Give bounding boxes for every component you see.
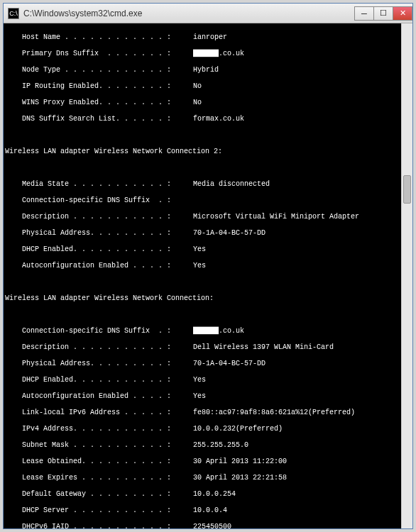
field-value: 255.255.255.0 bbox=[193, 441, 248, 449]
field-value: No bbox=[193, 99, 202, 106]
field-value: Yes bbox=[193, 392, 206, 400]
field-value: Media disconnected bbox=[193, 180, 270, 188]
field-label: DHCP Enabled. . . . . . . . . . . : bbox=[22, 245, 189, 254]
field-label: Media State . . . . . . . . . . . : bbox=[22, 180, 189, 189]
field-value: ██████.co.uk bbox=[193, 50, 244, 57]
field-value: fe80::ac97:9af8:8a6:621a%12(Preferred) bbox=[193, 409, 355, 416]
field-value: Yes bbox=[193, 262, 206, 270]
field-value: Microsoft Virtual WiFi Miniport Adapter bbox=[193, 213, 359, 221]
field-value: 30 April 2013 22:21:58 bbox=[193, 474, 287, 482]
field-value: ianroper bbox=[193, 33, 227, 41]
field-value: 225450500 bbox=[193, 523, 231, 529]
cmd-window: C:\ C:\Windows\system32\cmd.exe ─ ☐ ✕ Ho… bbox=[3, 3, 413, 529]
field-value: 70-1A-04-BC-57-DD bbox=[193, 229, 266, 237]
minimize-button[interactable]: ─ bbox=[354, 6, 374, 21]
field-label: WINS Proxy Enabled. . . . . . . . : bbox=[22, 99, 189, 107]
titlebar[interactable]: C:\ C:\Windows\system32\cmd.exe ─ ☐ ✕ bbox=[4, 4, 412, 23]
field-value: Hybrid bbox=[193, 66, 219, 74]
field-value: Yes bbox=[193, 245, 206, 253]
field-value: formax.co.uk bbox=[193, 115, 244, 123]
field-label: DHCPv6 IAID . . . . . . . . . . . : bbox=[22, 523, 189, 529]
field-label: Node Type . . . . . . . . . . . . : bbox=[22, 66, 189, 74]
field-label: Physical Address. . . . . . . . . : bbox=[22, 229, 189, 238]
close-button[interactable]: ✕ bbox=[393, 6, 412, 21]
field-label: Default Gateway . . . . . . . . . : bbox=[22, 490, 189, 499]
field-label: Autoconfiguration Enabled . . . . : bbox=[22, 392, 189, 401]
window-controls: ─ ☐ ✕ bbox=[355, 6, 412, 21]
field-value: 10.0.0.4 bbox=[193, 506, 227, 514]
field-label: Host Name . . . . . . . . . . . . : bbox=[22, 33, 189, 42]
field-value: No bbox=[193, 82, 202, 90]
field-value: Yes bbox=[193, 376, 206, 384]
scroll-thumb[interactable] bbox=[403, 175, 411, 204]
window-title: C:\Windows\system32\cmd.exe bbox=[23, 9, 355, 18]
field-value: ██████.co.uk bbox=[193, 327, 244, 335]
field-label: Subnet Mask . . . . . . . . . . . : bbox=[22, 441, 189, 450]
field-value: 70-1A-04-BC-57-DD bbox=[193, 360, 266, 367]
field-label: Connection-specific DNS Suffix . : bbox=[22, 327, 189, 336]
field-value: 10.0.0.232(Preferred) bbox=[193, 425, 283, 433]
field-label: Connection-specific DNS Suffix . : bbox=[22, 196, 189, 205]
field-label: Physical Address. . . . . . . . . : bbox=[22, 360, 189, 368]
field-label: DNS Suffix Search List. . . . . . : bbox=[22, 115, 189, 123]
field-value: 30 April 2013 11:22:00 bbox=[193, 458, 287, 465]
field-label: Link-local IPv6 Address . . . . . : bbox=[22, 409, 189, 417]
maximize-button[interactable]: ☐ bbox=[373, 6, 393, 21]
field-label: IP Routing Enabled. . . . . . . . : bbox=[22, 82, 189, 91]
vertical-scrollbar[interactable] bbox=[401, 23, 412, 528]
field-label: Primary Dns Suffix . . . . . . . : bbox=[22, 50, 189, 58]
console-output: Host Name . . . . . . . . . . . . : ianr… bbox=[4, 23, 412, 528]
field-label: Description . . . . . . . . . . . : bbox=[22, 343, 189, 352]
cmd-icon: C:\ bbox=[8, 8, 19, 19]
field-label: Description . . . . . . . . . . . : bbox=[22, 213, 189, 221]
field-value: Dell Wireless 1397 WLAN Mini-Card bbox=[193, 343, 334, 351]
field-label: Lease Expires . . . . . . . . . . : bbox=[22, 474, 189, 482]
field-value: 10.0.0.254 bbox=[193, 490, 236, 498]
field-label: IPv4 Address. . . . . . . . . . . : bbox=[22, 425, 189, 433]
field-label: Lease Obtained. . . . . . . . . . : bbox=[22, 458, 189, 466]
field-label: DHCP Enabled. . . . . . . . . . . : bbox=[22, 376, 189, 384]
adapter-heading: Wireless LAN adapter Wireless Network Co… bbox=[5, 148, 412, 156]
field-label: Autoconfiguration Enabled . . . . : bbox=[22, 262, 189, 270]
adapter-heading: Wireless LAN adapter Wireless Network Co… bbox=[5, 294, 412, 303]
field-label: DHCP Server . . . . . . . . . . . : bbox=[22, 506, 189, 515]
